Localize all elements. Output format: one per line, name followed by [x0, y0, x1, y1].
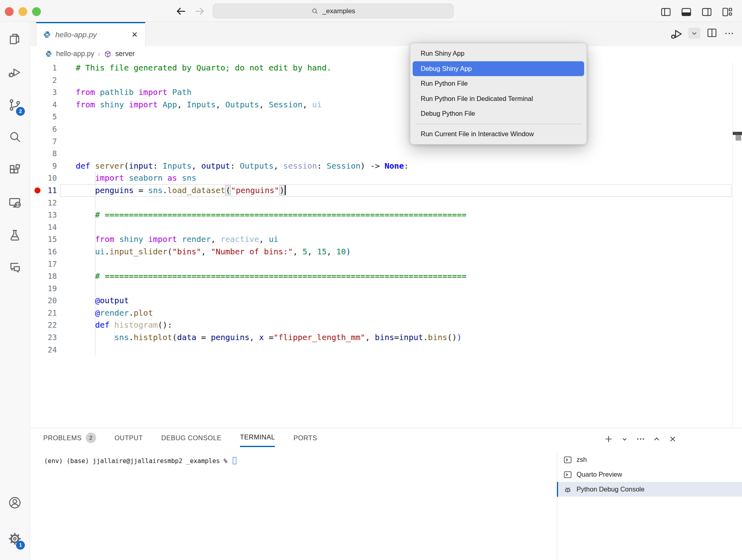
- line-number[interactable]: 3: [30, 86, 57, 99]
- close-tab-icon[interactable]: ✕: [131, 31, 138, 38]
- code-line-8[interactable]: 8: [30, 147, 742, 160]
- menu-item-run-python-file[interactable]: Run Python File: [410, 76, 587, 91]
- new-terminal-icon[interactable]: [603, 434, 614, 444]
- line-number[interactable]: 24: [30, 344, 57, 356]
- code-line-15[interactable]: 15 from shiny import render, reactive, u…: [30, 233, 742, 246]
- activity-bar-settings[interactable]: 1: [8, 532, 22, 546]
- code-line-2[interactable]: 2: [30, 74, 742, 87]
- menu-item-debug-shiny-app[interactable]: Debug Shiny App: [413, 61, 584, 77]
- line-number[interactable]: 6: [30, 123, 57, 135]
- activity-bar-account[interactable]: [8, 496, 22, 510]
- forward-button[interactable]: [194, 5, 206, 17]
- code-line-13[interactable]: 13 # ===================================…: [30, 209, 742, 221]
- code-line-16[interactable]: 16 ui.input_slider("bins", "Number of bi…: [30, 246, 742, 258]
- search-icon: [311, 7, 319, 15]
- line-number[interactable]: 11: [30, 184, 57, 197]
- line-number[interactable]: 1: [30, 62, 57, 74]
- code-line-1[interactable]: 1# This file generated by Quarto; do not…: [30, 62, 742, 74]
- code-line-22[interactable]: 22 def histogram():: [30, 319, 742, 331]
- minimize-window-button[interactable]: [18, 7, 27, 16]
- panel-tab-terminal[interactable]: TERMINAL: [240, 433, 275, 447]
- editor-tab-hello-app[interactable]: hello-app.py ✕: [36, 22, 145, 46]
- close-window-button[interactable]: [5, 7, 14, 16]
- code-line-21[interactable]: 21 @render.plot: [30, 307, 742, 319]
- run-options-dropdown[interactable]: [688, 28, 700, 39]
- line-number[interactable]: 8: [30, 147, 57, 160]
- python-file-icon: [45, 50, 52, 58]
- terminal-item-python-debug-console[interactable]: Python Debug Console: [557, 482, 742, 497]
- activity-bar-extensions[interactable]: [8, 163, 22, 177]
- breadcrumb-file[interactable]: hello-app.py: [56, 50, 94, 58]
- terminal-launch-dropdown-icon[interactable]: [619, 434, 630, 444]
- terminal-item-zsh[interactable]: zsh: [557, 452, 742, 467]
- line-number[interactable]: 18: [30, 270, 57, 282]
- activity-bar-run-debug[interactable]: [8, 65, 22, 79]
- zoom-window-button[interactable]: [32, 7, 41, 16]
- toggle-panel-icon[interactable]: [680, 6, 692, 18]
- code-line-23[interactable]: 23 sns.histplot(data = penguins, x ="fli…: [30, 331, 742, 344]
- line-number[interactable]: 21: [30, 307, 57, 319]
- line-number[interactable]: 9: [30, 160, 57, 172]
- toggle-primary-sidebar-icon[interactable]: [660, 6, 672, 18]
- menu-item-run-shiny-app[interactable]: Run Shiny App: [410, 46, 587, 61]
- command-center-search[interactable]: _examples: [213, 4, 454, 18]
- terminal-prompt[interactable]: (env) (base) jjallaire@jjallairesmbp2 _e…: [44, 457, 236, 465]
- run-or-debug-icon[interactable]: [670, 27, 683, 40]
- activity-bar-testing[interactable]: [8, 228, 22, 243]
- line-number[interactable]: 2: [30, 74, 57, 87]
- panel-tab-debug-console[interactable]: DEBUG CONSOLE: [161, 433, 222, 447]
- code-editor[interactable]: 1# This file generated by Quarto; do not…: [30, 62, 742, 428]
- code-line-18[interactable]: 18 # ===================================…: [30, 270, 742, 282]
- line-number[interactable]: 7: [30, 135, 57, 148]
- panel-more-actions-icon[interactable]: [635, 434, 646, 444]
- activity-bar-search[interactable]: [8, 130, 22, 144]
- line-number[interactable]: 17: [30, 258, 57, 270]
- panel-tab-output[interactable]: OUTPUT: [115, 433, 143, 447]
- code-line-10[interactable]: 10 import seaborn as sns: [30, 172, 742, 184]
- breadcrumb-symbol[interactable]: server: [115, 50, 135, 58]
- menu-item-debug-python-file[interactable]: Debug Python File: [410, 106, 587, 121]
- close-panel-icon[interactable]: [667, 434, 678, 444]
- code-line-6[interactable]: 6: [30, 123, 742, 135]
- code-line-14[interactable]: 14: [30, 221, 742, 234]
- line-number[interactable]: 12: [30, 197, 57, 209]
- code-line-24[interactable]: 24: [30, 344, 742, 356]
- activity-bar-remote-explorer[interactable]: [8, 196, 22, 210]
- customize-layout-icon[interactable]: [721, 6, 733, 18]
- activity-bar-explorer[interactable]: [8, 32, 22, 46]
- panel-tab-problems[interactable]: PROBLEMS2: [43, 433, 96, 447]
- activity-bar: 21: [0, 22, 30, 560]
- line-number[interactable]: 14: [30, 221, 57, 234]
- code-line-17[interactable]: 17: [30, 258, 742, 270]
- back-button[interactable]: [175, 5, 187, 17]
- code-line-11[interactable]: 11 penguins = sns.load_dataset("penguins…: [30, 184, 742, 197]
- menu-item-run-python-file-in-dedicated-terminal[interactable]: Run Python File in Dedicated Terminal: [410, 91, 587, 107]
- activity-bar-comments[interactable]: [8, 260, 22, 275]
- code-line-9[interactable]: 9def server(input: Inputs, output: Outpu…: [30, 160, 742, 172]
- line-number[interactable]: 5: [30, 111, 57, 123]
- line-number[interactable]: 22: [30, 319, 57, 331]
- code-line-20[interactable]: 20 @output: [30, 294, 742, 307]
- panel-tab-ports[interactable]: PORTS: [293, 433, 317, 447]
- line-number[interactable]: 16: [30, 246, 57, 258]
- activity-bar-source-control[interactable]: 2: [8, 98, 22, 112]
- line-number[interactable]: 15: [30, 233, 57, 246]
- maximize-panel-icon[interactable]: [651, 434, 662, 444]
- code-line-12[interactable]: 12: [30, 197, 742, 209]
- menu-item-run-current-file-in-interactive-window[interactable]: Run Current File in Interactive Window: [410, 127, 587, 142]
- more-actions-icon[interactable]: ⋯: [724, 27, 735, 39]
- line-number[interactable]: 19: [30, 282, 57, 295]
- code-line-3[interactable]: 3from pathlib import Path: [30, 86, 742, 99]
- line-number[interactable]: 23: [30, 331, 57, 344]
- line-number[interactable]: 4: [30, 99, 57, 111]
- code-line-4[interactable]: 4from shiny import App, Inputs, Outputs,…: [30, 99, 742, 111]
- line-number[interactable]: 20: [30, 294, 57, 307]
- line-number[interactable]: 13: [30, 209, 57, 221]
- code-line-5[interactable]: 5: [30, 111, 742, 123]
- code-line-19[interactable]: 19: [30, 282, 742, 295]
- split-editor-icon[interactable]: [706, 27, 719, 40]
- terminal-item-quarto-preview[interactable]: Quarto Preview: [557, 467, 742, 482]
- code-line-7[interactable]: 7: [30, 135, 742, 148]
- toggle-secondary-sidebar-icon[interactable]: [701, 6, 713, 18]
- line-number[interactable]: 10: [30, 172, 57, 184]
